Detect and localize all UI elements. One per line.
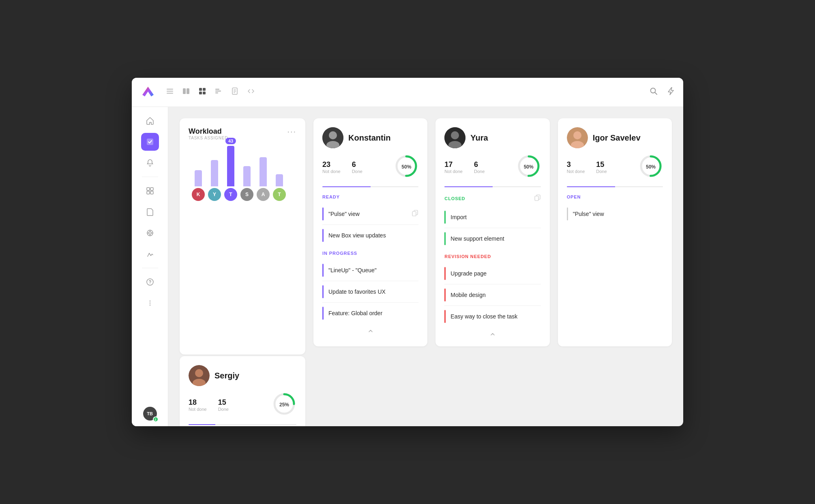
yura-avatar: [444, 127, 465, 148]
avatar-3: T: [224, 188, 237, 201]
svg-point-28: [149, 305, 150, 305]
workload-card: Workload TASKS ASSIGNED ··· K Y: [180, 118, 305, 355]
toolbar-icons: [166, 87, 643, 97]
sergiy-stats: 18 Not done 15 Done 25%: [189, 392, 296, 418]
sergiy-name: Sergiy: [214, 371, 239, 380]
copy-icon[interactable]: [412, 210, 418, 218]
svg-point-44: [573, 131, 581, 139]
task-import: Import: [444, 207, 540, 228]
igor-name: Igor Savelev: [593, 133, 641, 143]
yura-revision-section: REVISION NEEDED Upgrade page Mobile desi…: [444, 254, 540, 327]
svg-point-49: [195, 369, 203, 377]
grid-view-icon[interactable]: [198, 87, 206, 97]
svg-rect-20: [147, 191, 150, 194]
svg-rect-8: [203, 92, 206, 94]
konstantin-done: 6 Done: [352, 160, 362, 174]
copy-icon-yura[interactable]: [534, 194, 541, 203]
igor-not-done: 3 Not done: [567, 160, 585, 174]
workload-title: Workload TASKS ASSIGNED: [189, 127, 228, 147]
svg-rect-14: [234, 91, 236, 92]
konstantin-inprogress-tasks: "LineUp" - "Queue" Update to favorites U…: [322, 260, 418, 324]
sidebar-item-notifications[interactable]: [141, 154, 159, 172]
task-favorites-ux: Update to favorites UX: [322, 281, 418, 303]
task-pulse-view-k: "Pulse" view: [322, 203, 418, 225]
svg-rect-0: [167, 89, 173, 90]
konstantin-name: Konstantin: [348, 133, 390, 143]
workload-more-btn[interactable]: ···: [287, 127, 296, 135]
konstantin-divider: [322, 186, 418, 187]
sidebar-item-home[interactable]: [141, 112, 159, 130]
svg-rect-4: [187, 88, 189, 94]
bar-2: Y: [208, 160, 221, 201]
chart-area: K Y 43 T S: [189, 148, 296, 201]
sidebar-item-docs[interactable]: [141, 203, 159, 221]
svg-rect-19: [150, 188, 153, 190]
top-bar: [132, 78, 683, 107]
content-area: Workload TASKS ASSIGNED ··· K Y: [168, 107, 683, 426]
sidebar-item-dashboards[interactable]: [141, 182, 159, 200]
svg-point-23: [149, 232, 151, 234]
main-layout: TB 2 Workload TASKS ASSIGNED ···: [132, 107, 683, 426]
igor-donut: 50%: [639, 154, 663, 180]
sergiy-not-done: 18 Not done: [189, 398, 207, 412]
task-new-support: New support element: [444, 228, 540, 249]
svg-rect-6: [203, 88, 206, 91]
workload-header: Workload TASKS ASSIGNED ···: [189, 127, 296, 147]
svg-rect-2: [167, 93, 173, 94]
yura-done: 6 Done: [474, 160, 485, 174]
sidebar-item-pulse[interactable]: [141, 224, 159, 242]
bar-badge-label: 43: [225, 138, 236, 144]
bar-4: S: [240, 166, 253, 201]
yura-collapse-btn[interactable]: [444, 331, 540, 337]
bar-5: A: [257, 157, 270, 201]
sidebar-item-tasks[interactable]: [141, 133, 159, 151]
notification-badge: 2: [153, 416, 159, 422]
svg-rect-13: [234, 90, 236, 90]
igor-header: Igor Savelev: [567, 127, 663, 148]
task-upgrade-page: Upgrade page: [444, 263, 540, 284]
konstantin-ready-section: READY "Pulse" view New Box view updates: [322, 194, 418, 246]
konstantin-donut: 50%: [394, 154, 418, 180]
svg-rect-5: [199, 88, 202, 91]
yura-stats: 17 Not done 6 Done 50%: [444, 154, 540, 180]
yura-revision-tasks: Upgrade page Mobile design Easy way to c…: [444, 263, 540, 327]
yura-divider: [444, 186, 540, 187]
svg-rect-21: [150, 191, 153, 194]
workload-subtitle: TASKS ASSIGNED: [189, 136, 228, 140]
doc-view-icon[interactable]: [231, 87, 239, 97]
gantt-view-icon[interactable]: [214, 87, 223, 97]
task-close-task: Easy way to close the task: [444, 306, 540, 327]
sergiy-avatar: [189, 365, 210, 386]
svg-rect-15: [234, 92, 235, 93]
user-avatar[interactable]: TB 2: [142, 406, 158, 421]
sergiy-header: Sergiy: [189, 365, 296, 386]
sergiy-done: 15 Done: [218, 398, 229, 412]
yura-name: Yura: [470, 133, 488, 143]
sidebar-item-help[interactable]: [141, 273, 159, 291]
avatar-5: A: [257, 188, 270, 201]
svg-rect-7: [199, 92, 202, 94]
igor-card: Igor Savelev 3 Not done 15 Done: [558, 118, 672, 346]
logo: [140, 84, 156, 100]
konstantin-not-done: 23 Not done: [322, 160, 341, 174]
svg-rect-3: [183, 88, 186, 94]
avatar-4: S: [240, 188, 253, 201]
sidebar-item-more[interactable]: [141, 294, 159, 312]
sergiy-donut: 25%: [272, 392, 296, 418]
sergiy-divider: [189, 424, 296, 425]
yura-not-done: 17 Not done: [444, 160, 463, 174]
list-view-icon[interactable]: [166, 87, 174, 97]
code-view-icon[interactable]: [247, 87, 255, 97]
konstantin-collapse-btn[interactable]: [322, 328, 418, 334]
svg-rect-42: [535, 196, 538, 201]
task-box-view: New Box view updates: [322, 225, 418, 246]
igor-avatar: [567, 127, 588, 148]
task-mobile-design: Mobile design: [444, 284, 540, 306]
bolt-icon[interactable]: [666, 87, 675, 98]
board-view-icon[interactable]: [182, 87, 190, 97]
sergiy-card: Sergiy 18 Not done 15 Done: [180, 356, 305, 426]
svg-point-16: [651, 88, 656, 93]
search-icon[interactable]: [649, 87, 658, 98]
bar-6: T: [273, 174, 286, 201]
sidebar-item-goals[interactable]: [141, 245, 159, 263]
